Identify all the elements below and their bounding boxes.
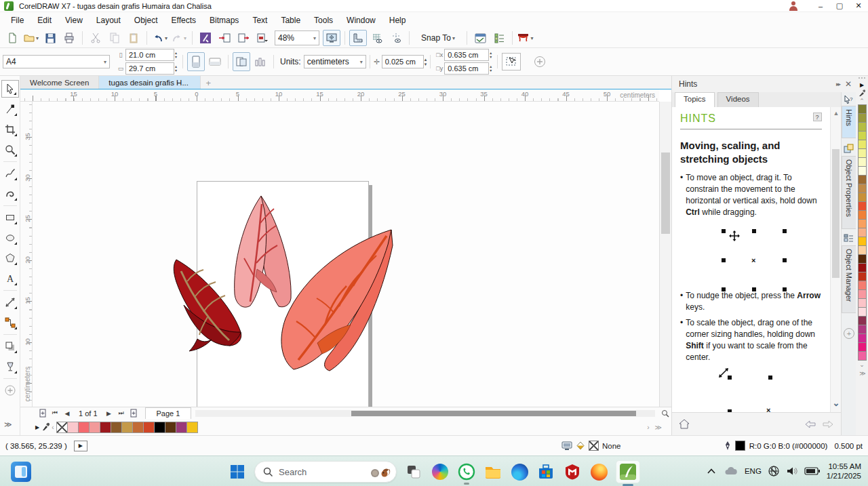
color-swatch[interactable] xyxy=(858,245,867,255)
menu-bitmaps[interactable]: Bitmaps xyxy=(203,14,245,27)
all-pages-button[interactable] xyxy=(233,52,250,71)
portrait-button[interactable] xyxy=(187,52,205,71)
palette-flyout-icon-right[interactable]: ▶ xyxy=(860,82,864,88)
vertical-scrollbar-thumb[interactable] xyxy=(661,153,670,234)
freehand-tool[interactable] xyxy=(1,165,19,182)
color-swatch[interactable] xyxy=(858,325,867,334)
color-swatch[interactable] xyxy=(858,237,867,246)
color-swatch[interactable] xyxy=(858,104,867,114)
palette-scroll-up-icon[interactable]: ⌃ xyxy=(859,98,865,104)
new-document-icon[interactable] xyxy=(3,30,21,46)
transparency-tool[interactable] xyxy=(1,358,19,376)
page-1-tab[interactable]: Page 1 xyxy=(145,407,192,419)
color-swatch[interactable] xyxy=(858,113,867,123)
no-color-swatch[interactable] xyxy=(56,422,68,433)
tab-current-document[interactable]: tugas desain grafis H... xyxy=(99,76,201,89)
canvas-zoom-icon[interactable] xyxy=(659,408,671,419)
menu-view[interactable]: View xyxy=(58,14,90,27)
color-swatch[interactable] xyxy=(858,157,867,167)
units-combo[interactable]: centimeters▾ xyxy=(304,55,366,68)
hints-content[interactable]: HINTS ? Moving, scaling, and stretching … xyxy=(671,107,829,412)
color-swatch[interactable] xyxy=(858,342,867,352)
menu-table[interactable]: Table xyxy=(274,14,307,27)
previous-page-icon[interactable]: ◀ xyxy=(61,408,73,419)
publish-pdf-icon[interactable] xyxy=(254,30,271,46)
whatsapp-icon[interactable] xyxy=(457,462,476,481)
tray-chevron-up-icon[interactable] xyxy=(705,466,717,477)
show-guidelines-icon[interactable] xyxy=(387,30,405,46)
battery-icon[interactable] xyxy=(804,466,821,476)
polygon-tool[interactable] xyxy=(1,249,19,267)
duplicate-x-spinner[interactable]: ▴▾ xyxy=(490,51,492,59)
scroll-down-icon[interactable]: ⌄ xyxy=(831,398,842,408)
customize-plus-icon[interactable] xyxy=(531,54,549,70)
menu-text[interactable]: Text xyxy=(245,14,274,27)
toolbox-overflow-icon[interactable]: ≫ xyxy=(4,420,11,429)
language-indicator[interactable]: ENG xyxy=(745,467,762,475)
add-page-before-icon[interactable] xyxy=(37,408,49,419)
new-tab-plus-icon[interactable]: + xyxy=(201,76,216,89)
color-swatch[interactable] xyxy=(111,422,122,433)
color-swatch[interactable] xyxy=(154,422,165,433)
menu-tools[interactable]: Tools xyxy=(307,14,340,27)
undo-dropdown-icon[interactable]: ▾ xyxy=(165,35,167,41)
hints-tab-videos[interactable]: Videos xyxy=(717,92,759,107)
account-sign-in-icon[interactable] xyxy=(788,1,799,11)
start-button[interactable] xyxy=(228,462,247,481)
coordinates-flyout-button[interactable]: ▶ xyxy=(74,441,87,451)
canvas-vertical-scrollbar[interactable] xyxy=(659,102,671,407)
network-globe-icon[interactable] xyxy=(768,465,780,477)
menu-layout[interactable]: Layout xyxy=(90,14,127,27)
drawing-canvas[interactable] xyxy=(33,102,659,407)
color-swatch[interactable] xyxy=(89,422,100,433)
next-page-icon[interactable]: ▶ xyxy=(103,408,115,419)
connector-tool[interactable] xyxy=(1,314,19,331)
color-swatch[interactable] xyxy=(858,148,867,158)
landscape-button[interactable] xyxy=(206,52,224,71)
color-swatch[interactable] xyxy=(858,298,867,308)
copilot-icon[interactable] xyxy=(431,462,450,481)
scroll-up-icon[interactable]: ▲ xyxy=(831,110,842,117)
task-view-icon[interactable] xyxy=(404,462,423,481)
menu-effects[interactable]: Effects xyxy=(165,14,203,27)
microsoft-store-icon[interactable] xyxy=(536,462,555,481)
page-height-spinner[interactable]: ▴▾ xyxy=(175,64,177,73)
current-page-button[interactable] xyxy=(252,52,269,71)
palette-more-icon[interactable]: ≫ xyxy=(859,370,864,377)
menu-edit[interactable]: Edit xyxy=(31,14,58,27)
color-swatch[interactable] xyxy=(858,140,867,149)
color-swatch[interactable] xyxy=(858,263,867,272)
close-button[interactable]: ✕ xyxy=(849,0,868,12)
rectangle-tool[interactable] xyxy=(1,209,19,226)
horizontal-scrollbar-thumb[interactable] xyxy=(351,411,636,416)
page-width-field[interactable]: 21.0 cm xyxy=(125,49,174,61)
shape-tool[interactable] xyxy=(1,100,19,118)
onedrive-icon[interactable] xyxy=(724,466,738,477)
file-explorer-icon[interactable] xyxy=(484,462,502,481)
color-swatch[interactable] xyxy=(186,422,198,433)
show-rulers-icon[interactable] xyxy=(349,30,367,46)
fullscreen-preview-icon[interactable] xyxy=(323,30,340,46)
search-content-icon[interactable] xyxy=(197,30,214,46)
duplicate-y-spinner[interactable]: ▴▾ xyxy=(490,64,492,73)
docker-collapse-icon[interactable]: ▸▸ xyxy=(836,81,845,87)
maximize-button[interactable]: ▢ xyxy=(830,0,849,12)
palette-eyedropper-icon-right[interactable] xyxy=(859,89,865,97)
volume-icon[interactable] xyxy=(786,466,798,477)
color-swatch[interactable] xyxy=(858,166,867,176)
open-dropdown-icon[interactable]: ▾ xyxy=(36,35,39,41)
crop-tool[interactable] xyxy=(1,121,19,138)
page-height-field[interactable]: 29.7 cm xyxy=(125,62,174,75)
color-swatch[interactable] xyxy=(858,228,867,237)
page-width-spinner[interactable]: ▴▾ xyxy=(175,51,177,59)
cut-icon[interactable] xyxy=(87,30,104,46)
color-swatch[interactable] xyxy=(165,422,176,433)
color-swatch[interactable] xyxy=(858,272,867,281)
color-swatch[interactable] xyxy=(858,201,867,211)
hints-forward-icon[interactable] xyxy=(822,420,834,429)
color-swatch[interactable] xyxy=(121,422,133,433)
last-page-icon[interactable]: ⏭ xyxy=(115,408,127,419)
ellipse-tool[interactable] xyxy=(1,229,19,247)
color-swatch[interactable] xyxy=(858,333,867,343)
proof-colors-icon[interactable] xyxy=(561,441,572,451)
